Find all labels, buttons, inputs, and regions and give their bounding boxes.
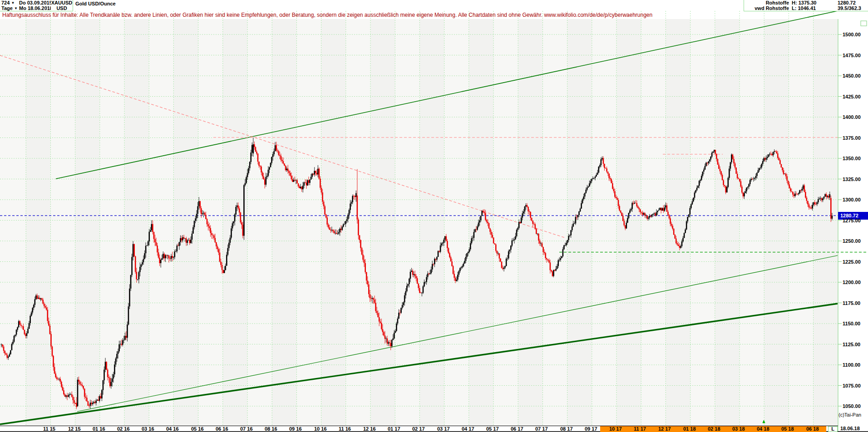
y-axis-label: 1075.00 <box>843 383 867 388</box>
y-axis-label: 1275.00 <box>843 218 867 223</box>
x-axis-label: 03 16 <box>142 426 154 432</box>
y-axis-label: 1350.00 <box>843 156 867 161</box>
y-axis-label: 1200.00 <box>843 280 867 285</box>
x-axis-label: 07 16 <box>240 426 253 432</box>
chart-corner-icon[interactable] <box>861 21 867 26</box>
y-axis-label: 1400.00 <box>843 114 867 120</box>
x-axis-label: 01 16 <box>93 426 105 432</box>
x-axis-label: 02 18 <box>708 426 720 432</box>
x-axis-label: 06 18 <box>806 426 819 432</box>
y-axis-label: 1425.00 <box>843 94 867 99</box>
last-date-label: 18.06.18 <box>840 426 860 431</box>
x-axis-label: 04 16 <box>166 426 179 432</box>
y-axis-label: 1325.00 <box>843 177 867 182</box>
x-axis-label: 10 16 <box>314 426 327 432</box>
x-axis-label: 02 17 <box>412 426 425 432</box>
x-axis-label: 10 17 <box>609 426 622 432</box>
x-axis-label: 08 16 <box>265 426 277 432</box>
x-axis-label: 03 18 <box>732 426 745 432</box>
y-axis-label: 1300.00 <box>843 197 867 202</box>
y-axis-label: 1050.00 <box>843 403 867 409</box>
x-axis-label: 05 18 <box>781 426 794 432</box>
y-axis-label: 1100.00 <box>843 362 867 368</box>
x-axis-label: 03 17 <box>437 426 450 432</box>
x-axis-label: 09 17 <box>585 426 597 432</box>
x-axis-label: 05 16 <box>191 426 204 432</box>
x-axis-label: 12 17 <box>658 426 671 432</box>
x-axis-label: 07 17 <box>535 426 548 432</box>
y-axis-label: 1175.00 <box>843 300 867 306</box>
x-axis-label: 06 17 <box>511 426 523 432</box>
y-axis-label: 1125.00 <box>843 342 867 347</box>
x-axis-label: 06 16 <box>216 426 228 432</box>
x-axis-label: 11 17 <box>634 426 646 432</box>
x-axis-label: 12 15 <box>68 426 81 432</box>
y-axis-label: 1225.00 <box>843 259 867 265</box>
chevron-down-icon: ▼ <box>11 1 15 5</box>
x-axis-label: 08 17 <box>560 426 573 432</box>
disclaimer-text: Haftungsausschluss für Inhalte: Alle Tre… <box>0 11 868 19</box>
x-axis-label: 04 17 <box>462 426 474 432</box>
chart-title: Gold USD/Ounce <box>75 1 116 6</box>
y-axis-label: 1375.00 <box>843 135 867 141</box>
x-axis-label: 02 16 <box>117 426 130 432</box>
y-axis-label: 1500.00 <box>843 32 867 37</box>
x-axis-label: 05 17 <box>486 426 499 432</box>
x-axis-label: 01 17 <box>388 426 400 432</box>
x-axis-label: 01 18 <box>683 426 696 432</box>
chart-window: 724 ▼ Tage ▼ Do 03.09.2015 Mo 18.06.2018… <box>0 0 868 432</box>
candlestick-chart-canvas[interactable] <box>0 0 868 432</box>
x-axis-label: 12 16 <box>363 426 376 432</box>
copyright-label: (c)Tai-Pan <box>838 412 867 417</box>
x-axis-label: 11 15 <box>43 426 55 432</box>
x-axis-label: 04 18 <box>757 426 769 432</box>
y-axis-label: 1150.00 <box>843 321 867 326</box>
x-axis-label: 09 16 <box>289 426 302 432</box>
y-axis-label: 1475.00 <box>843 53 867 58</box>
x-axis-label: 11 16 <box>339 426 351 432</box>
y-axis-label: 1250.00 <box>843 238 867 244</box>
y-axis-label: 1450.00 <box>843 73 867 79</box>
scale-mode-toggle[interactable]: L <box>828 426 838 432</box>
